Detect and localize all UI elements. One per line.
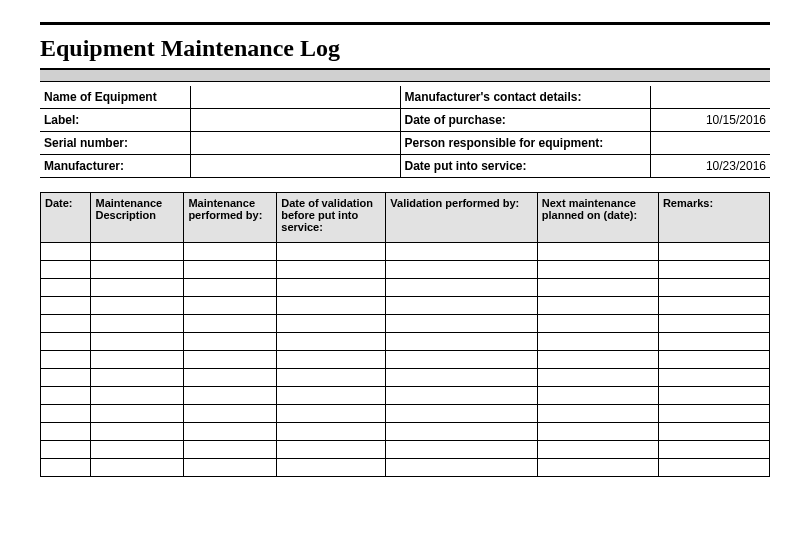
cell-desc bbox=[91, 459, 184, 477]
cell-date bbox=[41, 351, 91, 369]
cell-valid bbox=[277, 423, 386, 441]
cell-validby bbox=[386, 297, 537, 315]
table-row bbox=[41, 423, 770, 441]
cell-perf bbox=[184, 441, 277, 459]
cell-valid bbox=[277, 261, 386, 279]
cell-desc bbox=[91, 369, 184, 387]
cell-validby bbox=[386, 315, 537, 333]
serial-label: Serial number: bbox=[40, 132, 190, 155]
table-row bbox=[41, 351, 770, 369]
person-value bbox=[650, 132, 770, 155]
cell-desc bbox=[91, 387, 184, 405]
cell-next bbox=[537, 333, 658, 351]
label-value bbox=[190, 109, 400, 132]
info-row: Serial number: Person responsible for eq… bbox=[40, 132, 770, 155]
cell-perf bbox=[184, 243, 277, 261]
cell-desc bbox=[91, 405, 184, 423]
cell-desc bbox=[91, 279, 184, 297]
cell-date bbox=[41, 423, 91, 441]
cell-perf bbox=[184, 261, 277, 279]
cell-desc bbox=[91, 333, 184, 351]
cell-remarks bbox=[658, 369, 769, 387]
cell-date bbox=[41, 387, 91, 405]
cell-perf bbox=[184, 315, 277, 333]
name-label: Name of Equipment bbox=[40, 86, 190, 109]
cell-perf bbox=[184, 387, 277, 405]
mfr-label: Manufacturer: bbox=[40, 155, 190, 178]
cell-perf bbox=[184, 351, 277, 369]
cell-remarks bbox=[658, 315, 769, 333]
col-validby: Validation performed by: bbox=[386, 193, 537, 243]
table-row bbox=[41, 405, 770, 423]
cell-desc bbox=[91, 297, 184, 315]
cell-remarks bbox=[658, 297, 769, 315]
table-row bbox=[41, 387, 770, 405]
cell-valid bbox=[277, 297, 386, 315]
cell-next bbox=[537, 279, 658, 297]
cell-next bbox=[537, 315, 658, 333]
log-table: Date: Maintenance Description Maintenanc… bbox=[40, 192, 770, 477]
cell-next bbox=[537, 423, 658, 441]
cell-remarks bbox=[658, 243, 769, 261]
cell-validby bbox=[386, 369, 537, 387]
table-row bbox=[41, 279, 770, 297]
cell-perf bbox=[184, 405, 277, 423]
mfr-contact-label: Manufacturer's contact details: bbox=[400, 86, 650, 109]
cell-valid bbox=[277, 243, 386, 261]
cell-date bbox=[41, 261, 91, 279]
serial-value bbox=[190, 132, 400, 155]
cell-remarks bbox=[658, 279, 769, 297]
cell-date bbox=[41, 279, 91, 297]
cell-validby bbox=[386, 423, 537, 441]
info-row: Manufacturer: Date put into service: 10/… bbox=[40, 155, 770, 178]
cell-next bbox=[537, 441, 658, 459]
table-row bbox=[41, 297, 770, 315]
table-row bbox=[41, 261, 770, 279]
cell-next bbox=[537, 243, 658, 261]
cell-valid bbox=[277, 405, 386, 423]
cell-valid bbox=[277, 441, 386, 459]
cell-next bbox=[537, 369, 658, 387]
cell-next bbox=[537, 351, 658, 369]
table-row bbox=[41, 369, 770, 387]
cell-validby bbox=[386, 387, 537, 405]
name-value bbox=[190, 86, 400, 109]
info-table: Name of Equipment Manufacturer's contact… bbox=[40, 86, 770, 178]
cell-remarks bbox=[658, 351, 769, 369]
cell-desc bbox=[91, 441, 184, 459]
cell-validby bbox=[386, 441, 537, 459]
cell-valid bbox=[277, 315, 386, 333]
col-remarks: Remarks: bbox=[658, 193, 769, 243]
label-label: Label: bbox=[40, 109, 190, 132]
cell-desc bbox=[91, 351, 184, 369]
service-label: Date put into service: bbox=[400, 155, 650, 178]
cell-validby bbox=[386, 243, 537, 261]
cell-valid bbox=[277, 279, 386, 297]
cell-remarks bbox=[658, 261, 769, 279]
log-header-row: Date: Maintenance Description Maintenanc… bbox=[41, 193, 770, 243]
cell-perf bbox=[184, 423, 277, 441]
info-row: Name of Equipment Manufacturer's contact… bbox=[40, 86, 770, 109]
cell-date bbox=[41, 315, 91, 333]
cell-validby bbox=[386, 405, 537, 423]
col-next: Next maintenance planned on (date): bbox=[537, 193, 658, 243]
service-value: 10/23/2016 bbox=[650, 155, 770, 178]
table-row bbox=[41, 243, 770, 261]
table-row bbox=[41, 459, 770, 477]
cell-remarks bbox=[658, 459, 769, 477]
cell-perf bbox=[184, 459, 277, 477]
table-row bbox=[41, 441, 770, 459]
cell-date bbox=[41, 369, 91, 387]
cell-next bbox=[537, 387, 658, 405]
table-row bbox=[41, 315, 770, 333]
top-rule bbox=[40, 22, 770, 25]
cell-remarks bbox=[658, 405, 769, 423]
cell-date bbox=[41, 333, 91, 351]
col-date: Date: bbox=[41, 193, 91, 243]
cell-valid bbox=[277, 369, 386, 387]
mfr-value bbox=[190, 155, 400, 178]
cell-remarks bbox=[658, 423, 769, 441]
cell-remarks bbox=[658, 441, 769, 459]
col-desc: Maintenance Description bbox=[91, 193, 184, 243]
cell-date bbox=[41, 459, 91, 477]
